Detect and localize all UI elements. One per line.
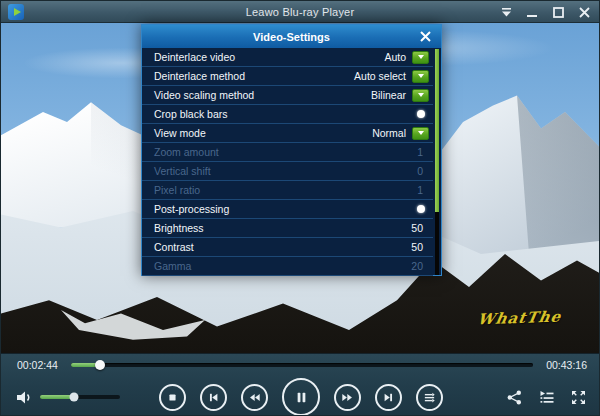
toggle-dot[interactable] [417,110,425,118]
titlebar[interactable]: Leawo Blu-ray Player [1,1,599,23]
settings-row[interactable]: Brightness 50 [142,219,433,238]
setting-label: Deinterlace video [154,51,384,63]
app-logo-icon [8,4,24,20]
video-settings-dialog: Video-Settings Deinterlace video Auto De… [141,24,442,276]
elapsed-time: 00:02:44 [17,359,61,371]
rewind-icon [248,391,261,404]
setting-label: Zoom amount [154,146,417,158]
setting-value: 50 [411,241,423,253]
control-bar: 00:02:44 00:43:16 [1,353,600,416]
setting-value: 50 [411,222,423,234]
setting-label: Post-processing [154,203,411,215]
share-icon[interactable] [506,389,523,406]
settings-row[interactable]: Pixel ratio 1 [142,181,433,200]
chevron-down-icon [418,131,424,135]
setting-value: 20 [411,260,423,272]
list-arrows-icon [423,391,436,404]
setting-value: 1 [417,184,423,196]
settings-row[interactable]: Gamma 20 [142,257,433,276]
stop-button[interactable] [159,384,186,411]
settings-row[interactable]: Video scaling method Bilinear [142,86,433,105]
settings-row[interactable]: Deinterlace method Auto select [142,67,433,86]
rewind-button[interactable] [241,384,268,411]
settings-row[interactable]: Contrast 50 [142,238,433,257]
settings-row[interactable]: Zoom amount 1 [142,143,433,162]
setting-label: Pixel ratio [154,184,417,196]
playlist-button[interactable] [416,384,443,411]
dialog-close-icon[interactable] [418,29,432,43]
settings-row[interactable]: Crop black bars [142,105,433,124]
playlist-panel-icon[interactable] [538,389,555,406]
dialog-header: Video-Settings [142,25,441,48]
setting-label: Vertical shift [154,165,417,177]
total-duration: 00:43:16 [543,359,587,371]
maximize-icon[interactable] [551,5,565,19]
setting-value: Bilinear [371,89,406,101]
setting-value: Normal [372,127,406,139]
fullscreen-icon[interactable] [570,389,587,406]
skip-forward-icon [382,391,395,404]
utility-icons [506,376,587,416]
setting-label: Crop black bars [154,108,411,120]
skip-back-icon [207,391,220,404]
chevron-down-icon [418,93,424,97]
setting-label: View mode [154,127,372,139]
seek-row: 00:02:44 00:43:16 [1,354,600,376]
seek-bar[interactable] [71,363,533,367]
next-button[interactable] [375,384,402,411]
dropdown-button[interactable] [412,127,429,140]
fast-forward-button[interactable] [334,384,361,411]
app-window: Leawo Blu-ray Player WhatThe [0,0,600,416]
dropdown-button[interactable] [412,70,429,83]
close-icon[interactable] [577,5,591,19]
menu-chevron-icon[interactable] [499,5,513,19]
seek-handle[interactable] [95,360,105,370]
setting-label: Brightness [154,222,411,234]
previous-button[interactable] [200,384,227,411]
setting-label: Gamma [154,260,411,272]
minimize-icon[interactable] [525,5,539,19]
settings-row[interactable]: Post-processing [142,200,433,219]
pause-button[interactable] [282,378,320,416]
dialog-body: Deinterlace video Auto Deinterlace metho… [142,48,441,276]
chevron-down-icon [418,74,424,78]
chevron-down-icon [418,55,424,59]
stop-icon [166,391,179,404]
setting-label: Contrast [154,241,411,253]
dropdown-button[interactable] [412,51,429,64]
setting-value: Auto [384,51,406,63]
setting-value: 1 [417,146,423,158]
setting-label: Deinterlace method [154,70,354,82]
setting-value: Auto select [354,70,406,82]
scrollbar-thumb[interactable] [435,49,439,212]
settings-row[interactable]: Vertical shift 0 [142,162,433,181]
dialog-scrollbar[interactable] [435,49,439,275]
dropdown-button[interactable] [412,89,429,102]
setting-label: Video scaling method [154,89,371,101]
setting-value: 0 [417,165,423,177]
controls-row [1,376,600,416]
dialog-title: Video-Settings [253,31,330,43]
pause-icon [294,390,309,405]
settings-row[interactable]: Deinterlace video Auto [142,48,433,67]
video-watermark: WhatThe [476,308,563,329]
fast-forward-icon [341,391,354,404]
settings-row[interactable]: View mode Normal [142,124,433,143]
toggle-dot[interactable] [417,205,425,213]
